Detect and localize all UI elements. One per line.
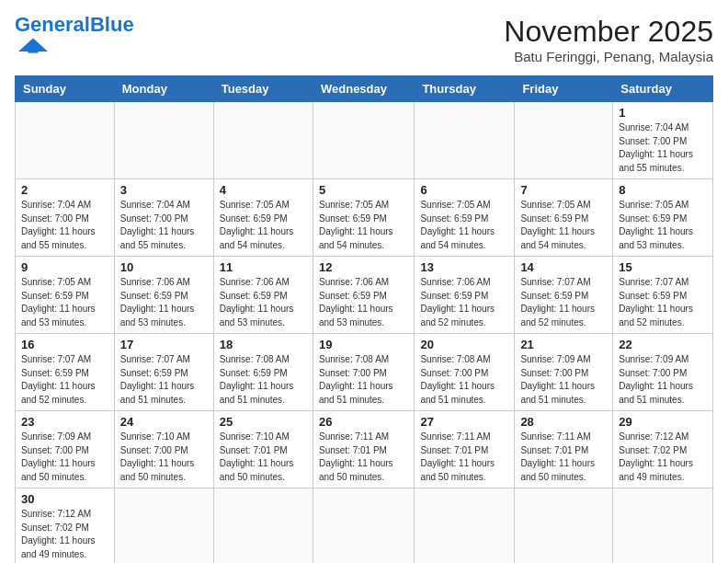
day-of-week-thursday: Thursday: [415, 76, 515, 102]
day-info: Sunrise: 7:09 AMSunset: 7:00 PMDaylight:…: [21, 431, 108, 484]
logo-text: GeneralBlue: [15, 15, 134, 35]
day-number: 12: [319, 260, 408, 274]
day-number: 9: [21, 260, 108, 274]
calendar-cell: 20Sunrise: 7:08 AMSunset: 7:00 PMDayligh…: [415, 334, 515, 411]
day-number: 13: [420, 260, 508, 274]
day-of-week-friday: Friday: [515, 76, 613, 102]
day-info: Sunrise: 7:05 AMSunset: 6:59 PMDaylight:…: [619, 199, 707, 252]
calendar-cell: 28Sunrise: 7:11 AMSunset: 7:01 PMDayligh…: [515, 411, 613, 488]
logo-blue: Blue: [90, 13, 134, 36]
day-number: 22: [619, 338, 707, 351]
day-number: 2: [21, 183, 108, 197]
calendar-cell: 12Sunrise: 7:06 AMSunset: 6:59 PMDayligh…: [313, 257, 414, 334]
day-info: Sunrise: 7:06 AMSunset: 6:59 PMDaylight:…: [220, 276, 307, 329]
day-info: Sunrise: 7:05 AMSunset: 6:59 PMDaylight:…: [520, 199, 607, 252]
calendar-cell: [313, 488, 414, 564]
calendar-week-4: 16Sunrise: 7:07 AMSunset: 6:59 PMDayligh…: [16, 334, 713, 411]
day-number: 17: [120, 338, 208, 351]
day-number: 26: [319, 415, 408, 429]
calendar-cell: 7Sunrise: 7:05 AMSunset: 6:59 PMDaylight…: [515, 179, 613, 257]
calendar-cell: 29Sunrise: 7:12 AMSunset: 7:02 PMDayligh…: [613, 411, 713, 488]
calendar-cell: 9Sunrise: 7:05 AMSunset: 6:59 PMDaylight…: [16, 257, 115, 334]
calendar-cell: 22Sunrise: 7:09 AMSunset: 7:00 PMDayligh…: [613, 334, 713, 411]
calendar-cell: 30Sunrise: 7:12 AMSunset: 7:02 PMDayligh…: [16, 488, 115, 564]
day-info: Sunrise: 7:06 AMSunset: 6:59 PMDaylight:…: [120, 276, 208, 329]
calendar-cell: 16Sunrise: 7:07 AMSunset: 6:59 PMDayligh…: [16, 334, 115, 411]
day-number: 1: [619, 106, 707, 120]
calendar-cell: [313, 102, 414, 179]
day-info: Sunrise: 7:05 AMSunset: 6:59 PMDaylight:…: [420, 199, 508, 252]
calendar-cell: [16, 102, 115, 179]
day-number: 25: [220, 415, 307, 429]
day-number: 20: [420, 338, 508, 351]
day-info: Sunrise: 7:06 AMSunset: 6:59 PMDaylight:…: [420, 276, 508, 329]
location: Batu Feringgi, Penang, Malaysia: [504, 49, 713, 64]
calendar-cell: 1Sunrise: 7:04 AMSunset: 7:00 PMDaylight…: [613, 102, 713, 179]
day-number: 29: [619, 415, 707, 429]
day-number: 10: [120, 260, 208, 274]
day-number: 8: [619, 183, 707, 197]
calendar-table: SundayMondayTuesdayWednesdayThursdayFrid…: [15, 75, 713, 563]
day-info: Sunrise: 7:12 AMSunset: 7:02 PMDaylight:…: [619, 431, 707, 484]
calendar-cell: 3Sunrise: 7:04 AMSunset: 7:00 PMDaylight…: [114, 179, 213, 257]
day-of-week-wednesday: Wednesday: [313, 76, 414, 102]
day-number: 23: [21, 415, 108, 429]
calendar-cell: 5Sunrise: 7:05 AMSunset: 6:59 PMDaylight…: [313, 179, 414, 257]
day-info: Sunrise: 7:10 AMSunset: 7:01 PMDaylight:…: [220, 431, 307, 484]
calendar-week-6: 30Sunrise: 7:12 AMSunset: 7:02 PMDayligh…: [16, 488, 713, 564]
day-info: Sunrise: 7:05 AMSunset: 6:59 PMDaylight:…: [220, 199, 307, 252]
day-number: 15: [619, 260, 707, 274]
calendar-cell: 26Sunrise: 7:11 AMSunset: 7:01 PMDayligh…: [313, 411, 414, 488]
page-header: GeneralBlue November 2025 Batu Feringgi,…: [15, 15, 713, 64]
calendar-cell: 11Sunrise: 7:06 AMSunset: 6:59 PMDayligh…: [213, 257, 313, 334]
day-info: Sunrise: 7:04 AMSunset: 7:00 PMDaylight:…: [120, 199, 208, 252]
calendar-cell: 14Sunrise: 7:07 AMSunset: 6:59 PMDayligh…: [515, 257, 613, 334]
day-info: Sunrise: 7:04 AMSunset: 7:00 PMDaylight:…: [619, 121, 707, 175]
calendar-cell: 2Sunrise: 7:04 AMSunset: 7:00 PMDaylight…: [16, 179, 115, 257]
day-number: 5: [319, 183, 408, 197]
calendar-cell: [415, 102, 515, 179]
calendar-cell: [515, 488, 613, 564]
day-number: 4: [220, 183, 307, 197]
day-number: 6: [420, 183, 508, 197]
day-info: Sunrise: 7:11 AMSunset: 7:01 PMDaylight:…: [420, 431, 508, 484]
calendar-cell: 25Sunrise: 7:10 AMSunset: 7:01 PMDayligh…: [213, 411, 313, 488]
logo-icon: [15, 37, 51, 55]
calendar-cell: [515, 102, 613, 179]
day-info: Sunrise: 7:05 AMSunset: 6:59 PMDaylight:…: [319, 199, 408, 252]
day-of-week-monday: Monday: [114, 76, 213, 102]
calendar-week-5: 23Sunrise: 7:09 AMSunset: 7:00 PMDayligh…: [16, 411, 713, 488]
calendar-cell: 27Sunrise: 7:11 AMSunset: 7:01 PMDayligh…: [415, 411, 515, 488]
day-number: 18: [220, 338, 307, 351]
calendar-cell: [613, 488, 713, 564]
day-number: 27: [420, 415, 508, 429]
calendar-cell: 4Sunrise: 7:05 AMSunset: 6:59 PMDaylight…: [213, 179, 313, 257]
svg-rect-1: [28, 47, 38, 52]
day-info: Sunrise: 7:12 AMSunset: 7:02 PMDaylight:…: [21, 508, 108, 561]
day-number: 19: [319, 338, 408, 351]
calendar-week-3: 9Sunrise: 7:05 AMSunset: 6:59 PMDaylight…: [16, 257, 713, 334]
day-number: 24: [120, 415, 208, 429]
day-number: 3: [120, 183, 208, 197]
day-info: Sunrise: 7:10 AMSunset: 7:00 PMDaylight:…: [120, 431, 208, 484]
calendar-week-2: 2Sunrise: 7:04 AMSunset: 7:00 PMDaylight…: [16, 179, 713, 257]
day-info: Sunrise: 7:05 AMSunset: 6:59 PMDaylight:…: [21, 276, 108, 329]
day-info: Sunrise: 7:06 AMSunset: 6:59 PMDaylight:…: [319, 276, 408, 329]
calendar-cell: 10Sunrise: 7:06 AMSunset: 6:59 PMDayligh…: [114, 257, 213, 334]
day-info: Sunrise: 7:07 AMSunset: 6:59 PMDaylight:…: [21, 353, 108, 407]
day-of-week-tuesday: Tuesday: [213, 76, 313, 102]
day-number: 11: [220, 260, 307, 274]
calendar-cell: [213, 488, 313, 564]
calendar-cell: [415, 488, 515, 564]
calendar-cell: 17Sunrise: 7:07 AMSunset: 6:59 PMDayligh…: [114, 334, 213, 411]
day-info: Sunrise: 7:07 AMSunset: 6:59 PMDaylight:…: [120, 353, 208, 407]
day-number: 28: [520, 415, 607, 429]
day-info: Sunrise: 7:11 AMSunset: 7:01 PMDaylight:…: [520, 431, 607, 484]
day-number: 7: [520, 183, 607, 197]
logo: GeneralBlue: [15, 15, 134, 55]
day-number: 30: [21, 492, 108, 506]
day-info: Sunrise: 7:04 AMSunset: 7:00 PMDaylight:…: [21, 199, 108, 252]
day-info: Sunrise: 7:08 AMSunset: 6:59 PMDaylight:…: [220, 353, 307, 407]
calendar-cell: [213, 102, 313, 179]
day-number: 16: [21, 338, 108, 351]
